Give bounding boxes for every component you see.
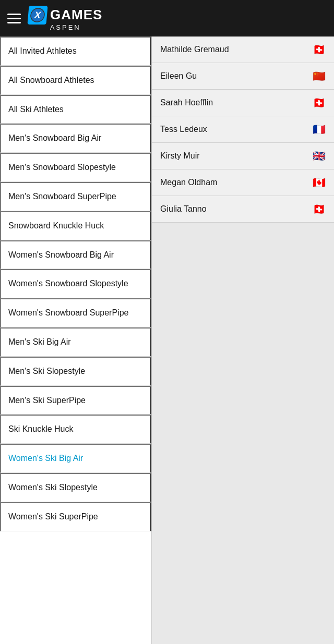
- athlete-row[interactable]: Kirsty Muir🇬🇧: [152, 143, 334, 169]
- x-logo-icon: X: [27, 6, 47, 25]
- athlete-name: Giulia Tanno: [160, 204, 207, 214]
- sidebar-item-mens-snowboard-slopestyle[interactable]: Men's Snowboard Slopestyle: [0, 153, 151, 182]
- athlete-name: Tess Ledeux: [160, 125, 207, 134]
- hamburger-menu-button[interactable]: [7, 14, 21, 23]
- sidebar-item-womens-ski-big-air[interactable]: Women's Ski Big Air: [0, 444, 151, 473]
- logo-text-row: X GAMES: [28, 6, 102, 25]
- athlete-row[interactable]: Eileen Gu🇨🇳: [152, 63, 334, 90]
- brand-logo: X GAMES ASPEN: [28, 6, 102, 31]
- sidebar-item-all-ski[interactable]: All Ski Athletes: [0, 95, 151, 124]
- content-area: Mathilde Gremaud🇨🇭Eileen Gu🇨🇳Sarah Hoeff…: [152, 37, 334, 644]
- sidebar-item-womens-ski-slopestyle[interactable]: Women's Ski Slopestyle: [0, 473, 151, 502]
- sidebar-item-ski-knuckle-huck[interactable]: Ski Knuckle Huck: [0, 415, 151, 444]
- sidebar-item-womens-snowboard-superpipe[interactable]: Women's Snowboard SuperPipe: [0, 298, 151, 327]
- sidebar-item-womens-snowboard-big-air[interactable]: Women's Snowboard Big Air: [0, 240, 151, 270]
- athlete-row[interactable]: Giulia Tanno🇨🇭: [152, 196, 334, 223]
- athlete-flag-icon: 🇨🇦: [313, 176, 326, 189]
- athlete-name: Kirsty Muir: [160, 151, 200, 161]
- sidebar-item-mens-ski-slopestyle[interactable]: Men's Ski Slopestyle: [0, 357, 151, 386]
- athlete-flag-icon: 🇨🇭: [313, 43, 326, 56]
- athlete-flag-icon: 🇨🇳: [313, 70, 326, 82]
- athlete-name: Mathilde Gremaud: [160, 45, 229, 54]
- athlete-row[interactable]: Tess Ledeux🇫🇷: [152, 116, 334, 143]
- sidebar-item-womens-snowboard-slopestyle[interactable]: Women's Snowboard Slopestyle: [0, 269, 151, 298]
- sidebar-item-mens-ski-superpipe[interactable]: Men's Ski SuperPipe: [0, 386, 151, 415]
- sidebar-item-womens-ski-superpipe[interactable]: Women's Ski SuperPipe: [0, 502, 151, 531]
- sidebar-nav: All Invited AthletesAll Snowboard Athlet…: [0, 37, 152, 644]
- sidebar-item-all-snowboard[interactable]: All Snowboard Athletes: [0, 66, 151, 95]
- athlete-row[interactable]: Megan Oldham🇨🇦: [152, 169, 334, 196]
- main-layout: All Invited AthletesAll Snowboard Athlet…: [0, 37, 334, 644]
- sidebar-item-all-invited[interactable]: All Invited Athletes: [0, 37, 151, 66]
- athlete-flag-icon: 🇬🇧: [313, 150, 326, 162]
- app-header: X GAMES ASPEN: [0, 0, 334, 37]
- athlete-name: Eileen Gu: [160, 71, 197, 81]
- athlete-name: Sarah Hoefflin: [160, 98, 213, 107]
- sidebar-item-mens-snowboard-big-air[interactable]: Men's Snowboard Big Air: [0, 124, 151, 153]
- athlete-row[interactable]: Mathilde Gremaud🇨🇭: [152, 37, 334, 63]
- athlete-name: Megan Oldham: [160, 178, 217, 187]
- brand-name: GAMES: [50, 7, 102, 23]
- sidebar-item-snowboard-knuckle-huck[interactable]: Snowboard Knuckle Huck: [0, 211, 151, 240]
- athlete-flag-icon: 🇨🇭: [313, 96, 326, 109]
- subtitle-text: ASPEN: [50, 23, 81, 31]
- athlete-flag-icon: 🇫🇷: [313, 123, 326, 136]
- athlete-row[interactable]: Sarah Hoefflin🇨🇭: [152, 90, 334, 116]
- sidebar-item-mens-ski-big-air[interactable]: Men's Ski Big Air: [0, 327, 151, 357]
- athlete-flag-icon: 🇨🇭: [313, 203, 326, 215]
- sidebar-item-mens-snowboard-superpipe[interactable]: Men's Snowboard SuperPipe: [0, 182, 151, 211]
